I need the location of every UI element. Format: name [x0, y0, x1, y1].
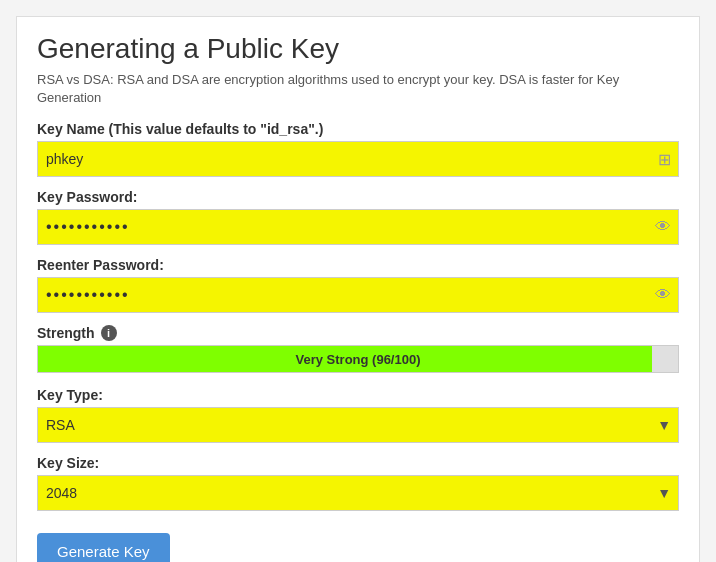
key-name-label: Key Name (This value defaults to "id_rsa… — [37, 121, 679, 137]
key-type-label: Key Type: — [37, 387, 679, 403]
key-size-group: Key Size: 2048 4096 1024 ▼ — [37, 455, 679, 511]
key-password-label: Key Password: — [37, 189, 679, 205]
reenter-password-group: Reenter Password: 👁 — [37, 257, 679, 313]
strength-label-row: Strength i — [37, 325, 679, 341]
reenter-password-input[interactable] — [37, 277, 679, 313]
strength-bar-container: Very Strong (96/100) — [37, 345, 679, 373]
key-size-select[interactable]: 2048 4096 1024 — [37, 475, 679, 511]
key-type-select[interactable]: RSA DSA — [37, 407, 679, 443]
key-type-select-wrapper: RSA DSA ▼ — [37, 407, 679, 443]
strength-label: Strength — [37, 325, 95, 341]
page-title: Generating a Public Key — [37, 33, 679, 65]
key-password-input[interactable] — [37, 209, 679, 245]
key-size-select-wrapper: 2048 4096 1024 ▼ — [37, 475, 679, 511]
description-text: RSA vs DSA: RSA and DSA are encryption a… — [37, 72, 619, 105]
strength-bar-text: Very Strong (96/100) — [38, 346, 678, 373]
key-size-label: Key Size: — [37, 455, 679, 471]
strength-info-icon[interactable]: i — [101, 325, 117, 341]
reenter-password-label: Reenter Password: — [37, 257, 679, 273]
key-password-input-wrapper: 👁 — [37, 209, 679, 245]
key-password-group: Key Password: 👁 — [37, 189, 679, 245]
key-type-group: Key Type: RSA DSA ▼ — [37, 387, 679, 443]
page-container: Generating a Public Key RSA vs DSA: RSA … — [16, 16, 700, 562]
key-name-group: Key Name (This value defaults to "id_rsa… — [37, 121, 679, 177]
generate-key-button[interactable]: Generate Key — [37, 533, 170, 562]
page-description: RSA vs DSA: RSA and DSA are encryption a… — [37, 71, 679, 107]
key-name-input-wrapper: ⊞ — [37, 141, 679, 177]
strength-section: Strength i Very Strong (96/100) — [37, 325, 679, 373]
key-name-input[interactable] — [37, 141, 679, 177]
reenter-password-input-wrapper: 👁 — [37, 277, 679, 313]
